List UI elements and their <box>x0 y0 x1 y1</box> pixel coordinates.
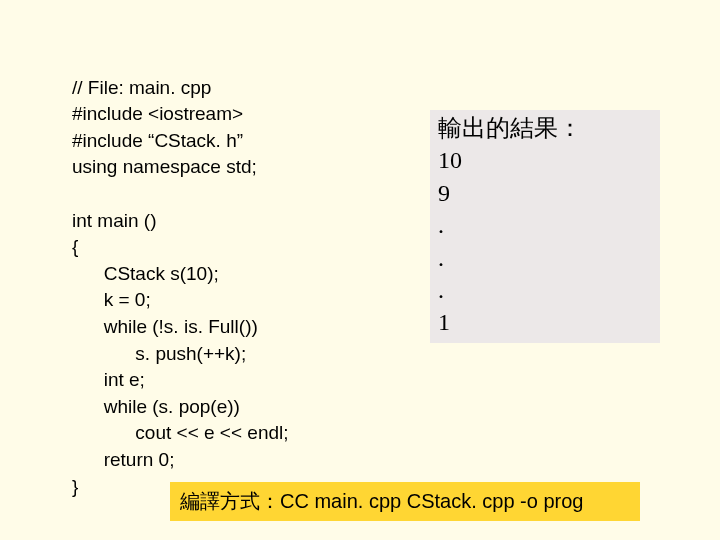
output-line: . <box>438 242 652 274</box>
compile-command-text: 編譯方式：CC main. cpp CStack. cpp -o prog <box>180 490 583 512</box>
code-line: s. push(++k); <box>72 343 246 364</box>
source-code-block: // File: main. cpp #include <iostream> #… <box>72 48 289 500</box>
output-line: . <box>438 209 652 241</box>
code-line: #include “CStack. h” <box>72 130 243 151</box>
code-line: return 0; <box>72 449 174 470</box>
code-line: k = 0; <box>72 289 151 310</box>
code-line: while (!s. is. Full()) <box>72 316 258 337</box>
output-line: . <box>438 274 652 306</box>
compile-command-bar: 編譯方式：CC main. cpp CStack. cpp -o prog <box>170 482 640 521</box>
code-line: int e; <box>72 369 145 390</box>
code-line: using namespace std; <box>72 156 257 177</box>
code-line: #include <iostream> <box>72 103 243 124</box>
output-line: 9 <box>438 177 652 209</box>
output-line: 10 <box>438 144 652 176</box>
output-result-box: 輸出的結果： 10 9 . . . 1 <box>430 110 660 343</box>
code-line: while (s. pop(e)) <box>72 396 240 417</box>
code-line: cout << e << endl; <box>72 422 289 443</box>
output-title: 輸出的結果： <box>438 112 652 144</box>
code-line: // File: main. cpp <box>72 77 211 98</box>
code-line: } <box>72 476 78 497</box>
output-line: 1 <box>438 306 652 338</box>
code-line: { <box>72 236 78 257</box>
code-line: CStack s(10); <box>72 263 219 284</box>
code-line: int main () <box>72 210 156 231</box>
